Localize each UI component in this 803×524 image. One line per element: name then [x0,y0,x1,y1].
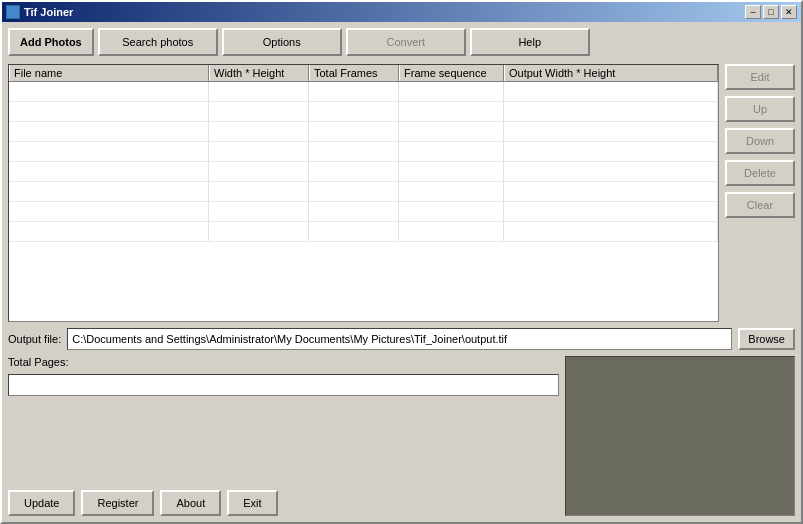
up-button[interactable]: Up [725,96,795,122]
toolbar: Add Photos Search photos Options Convert… [8,28,795,58]
edit-button[interactable]: Edit [725,64,795,90]
title-bar-controls: – □ ✕ [745,5,797,19]
total-pages-label: Total Pages: [8,356,559,368]
file-table: File name Width * Height Total Frames Fr… [8,64,719,322]
table-row [9,82,718,102]
total-pages-input[interactable] [8,374,559,396]
table-row [9,122,718,142]
help-button[interactable]: Help [470,28,590,56]
register-button[interactable]: Register [81,490,154,516]
output-label: Output file: [8,333,61,345]
title-bar: Tif Joiner – □ ✕ [2,2,801,22]
table-row [9,142,718,162]
output-file-input[interactable] [67,328,732,350]
table-row [9,162,718,182]
browse-button[interactable]: Browse [738,328,795,350]
table-row [9,182,718,202]
header-frame-sequence: Frame sequence [399,65,504,81]
add-photos-button[interactable]: Add Photos [8,28,94,56]
bottom-buttons: Update Register About Exit [8,490,559,516]
content-area: Add Photos Search photos Options Convert… [2,22,801,522]
title-bar-text: Tif Joiner [6,5,73,19]
delete-button[interactable]: Delete [725,160,795,186]
main-window: Tif Joiner – □ ✕ Add Photos Search photo… [0,0,803,524]
header-width-height: Width * Height [209,65,309,81]
window-icon [6,5,20,19]
update-button[interactable]: Update [8,490,75,516]
table-body[interactable] [9,82,718,321]
table-row [9,102,718,122]
main-area: File name Width * Height Total Frames Fr… [8,64,795,322]
search-photos-button[interactable]: Search photos [98,28,218,56]
bottom-section: Total Pages: Update Register About Exit [8,356,795,516]
header-filename: File name [9,65,209,81]
maximize-button[interactable]: □ [763,5,779,19]
options-button[interactable]: Options [222,28,342,56]
table-header: File name Width * Height Total Frames Fr… [9,65,718,82]
output-row: Output file: Browse [8,328,795,350]
clear-button[interactable]: Clear [725,192,795,218]
close-button[interactable]: ✕ [781,5,797,19]
minimize-button[interactable]: – [745,5,761,19]
table-row [9,222,718,242]
side-buttons: Edit Up Down Delete Clear [725,64,795,322]
table-row [9,202,718,222]
convert-button[interactable]: Convert [346,28,466,56]
header-total-frames: Total Frames [309,65,399,81]
about-button[interactable]: About [160,490,221,516]
bottom-left: Total Pages: Update Register About Exit [8,356,559,516]
exit-button[interactable]: Exit [227,490,277,516]
window-title: Tif Joiner [24,6,73,18]
down-button[interactable]: Down [725,128,795,154]
header-output-wh: Output Width * Height [504,65,718,81]
preview-area [565,356,795,516]
